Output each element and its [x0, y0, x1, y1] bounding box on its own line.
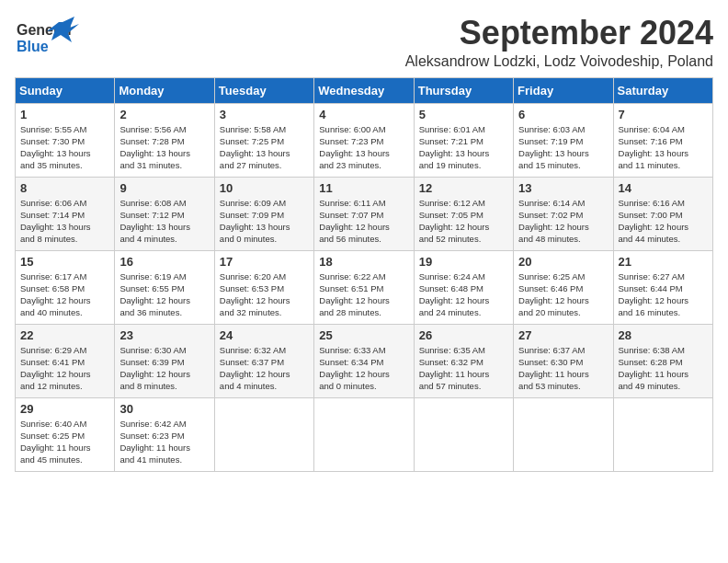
day-info: Sunrise: 6:01 AMSunset: 7:21 PMDaylight:… — [419, 123, 508, 172]
calendar-cell: 22Sunrise: 6:29 AMSunset: 6:41 PMDayligh… — [16, 324, 115, 397]
svg-text:Blue: Blue — [17, 39, 49, 54]
calendar-subtitle: Aleksandrow Lodzki, Lodz Voivodeship, Po… — [79, 53, 713, 70]
day-number: 1 — [20, 108, 109, 121]
day-number: 10 — [220, 181, 309, 195]
logo: General Blue — [15, 15, 79, 69]
day-info: Sunrise: 6:06 AMSunset: 7:14 PMDaylight:… — [20, 197, 109, 246]
day-info: Sunrise: 6:20 AMSunset: 6:53 PMDaylight:… — [220, 270, 309, 319]
calendar-cell: 15Sunrise: 6:17 AMSunset: 6:58 PMDayligh… — [16, 250, 115, 324]
day-info: Sunrise: 6:16 AMSunset: 7:00 PMDaylight:… — [619, 197, 708, 246]
calendar-cell — [314, 397, 414, 471]
day-info: Sunrise: 5:56 AMSunset: 7:28 PMDaylight:… — [119, 123, 209, 172]
day-info: Sunrise: 6:17 AMSunset: 6:58 PMDaylight:… — [20, 270, 109, 319]
day-number: 26 — [419, 328, 508, 342]
day-number: 16 — [119, 255, 209, 269]
calendar-title: September 2024 — [79, 15, 713, 52]
day-number: 3 — [220, 108, 309, 121]
calendar-cell: 5Sunrise: 6:01 AMSunset: 7:21 PMDaylight… — [414, 103, 513, 177]
day-number: 9 — [119, 181, 209, 195]
day-number: 11 — [319, 181, 408, 195]
day-info: Sunrise: 6:00 AMSunset: 7:23 PMDaylight:… — [319, 123, 408, 172]
day-number: 13 — [518, 181, 608, 195]
calendar-cell: 28Sunrise: 6:38 AMSunset: 6:28 PMDayligh… — [613, 324, 712, 397]
column-header-monday: Monday — [115, 77, 214, 103]
day-number: 22 — [20, 328, 109, 342]
calendar-week-4: 22Sunrise: 6:29 AMSunset: 6:41 PMDayligh… — [16, 324, 713, 397]
calendar-cell: 27Sunrise: 6:37 AMSunset: 6:30 PMDayligh… — [514, 324, 613, 397]
column-header-thursday: Thursday — [414, 77, 513, 103]
calendar-cell: 4Sunrise: 6:00 AMSunset: 7:23 PMDaylight… — [314, 103, 414, 177]
day-info: Sunrise: 6:03 AMSunset: 7:19 PMDaylight:… — [518, 123, 608, 172]
day-info: Sunrise: 6:24 AMSunset: 6:48 PMDaylight:… — [419, 270, 508, 319]
calendar-cell: 29Sunrise: 6:40 AMSunset: 6:25 PMDayligh… — [16, 397, 115, 471]
column-header-saturday: Saturday — [613, 77, 712, 103]
calendar-cell: 25Sunrise: 6:33 AMSunset: 6:34 PMDayligh… — [314, 324, 414, 397]
day-info: Sunrise: 6:22 AMSunset: 6:51 PMDaylight:… — [319, 270, 408, 319]
calendar-cell: 17Sunrise: 6:20 AMSunset: 6:53 PMDayligh… — [214, 250, 313, 324]
calendar-cell: 2Sunrise: 5:56 AMSunset: 7:28 PMDaylight… — [115, 103, 214, 177]
calendar-cell: 13Sunrise: 6:14 AMSunset: 7:02 PMDayligh… — [514, 177, 613, 250]
day-info: Sunrise: 6:12 AMSunset: 7:05 PMDaylight:… — [419, 197, 508, 246]
day-info: Sunrise: 6:11 AMSunset: 7:07 PMDaylight:… — [319, 197, 408, 246]
calendar-cell: 6Sunrise: 6:03 AMSunset: 7:19 PMDaylight… — [514, 103, 613, 177]
calendar-week-3: 15Sunrise: 6:17 AMSunset: 6:58 PMDayligh… — [16, 250, 713, 324]
calendar-cell: 24Sunrise: 6:32 AMSunset: 6:37 PMDayligh… — [214, 324, 313, 397]
day-info: Sunrise: 6:29 AMSunset: 6:41 PMDaylight:… — [20, 344, 109, 393]
column-header-sunday: Sunday — [16, 77, 115, 103]
calendar-cell: 9Sunrise: 6:08 AMSunset: 7:12 PMDaylight… — [115, 177, 214, 250]
day-info: Sunrise: 6:09 AMSunset: 7:09 PMDaylight:… — [220, 197, 309, 246]
day-number: 21 — [619, 255, 708, 269]
column-header-friday: Friday — [514, 77, 613, 103]
day-number: 4 — [319, 108, 408, 121]
calendar-cell — [214, 397, 313, 471]
svg-marker-2 — [47, 17, 79, 42]
day-number: 23 — [119, 328, 209, 342]
day-number: 12 — [419, 181, 508, 195]
day-info: Sunrise: 6:32 AMSunset: 6:37 PMDaylight:… — [220, 344, 309, 393]
calendar-cell — [514, 397, 613, 471]
calendar-cell: 20Sunrise: 6:25 AMSunset: 6:46 PMDayligh… — [514, 250, 613, 324]
calendar-cell — [414, 397, 513, 471]
day-info: Sunrise: 6:37 AMSunset: 6:30 PMDaylight:… — [518, 344, 608, 393]
calendar-week-5: 29Sunrise: 6:40 AMSunset: 6:25 PMDayligh… — [16, 397, 713, 471]
day-number: 2 — [119, 108, 209, 121]
calendar-cell: 18Sunrise: 6:22 AMSunset: 6:51 PMDayligh… — [314, 250, 414, 324]
day-number: 29 — [20, 402, 109, 416]
calendar-table: SundayMondayTuesdayWednesdayThursdayFrid… — [15, 77, 713, 472]
title-block: September 2024 Aleksandrow Lodzki, Lodz … — [79, 15, 713, 70]
calendar-cell: 21Sunrise: 6:27 AMSunset: 6:44 PMDayligh… — [613, 250, 712, 324]
day-number: 6 — [518, 108, 608, 121]
day-info: Sunrise: 6:38 AMSunset: 6:28 PMDaylight:… — [619, 344, 708, 393]
day-info: Sunrise: 5:55 AMSunset: 7:30 PMDaylight:… — [20, 123, 109, 172]
calendar-cell: 23Sunrise: 6:30 AMSunset: 6:39 PMDayligh… — [115, 324, 214, 397]
calendar-cell — [613, 397, 712, 471]
calendar-week-1: 1Sunrise: 5:55 AMSunset: 7:30 PMDaylight… — [16, 103, 713, 177]
day-info: Sunrise: 6:27 AMSunset: 6:44 PMDaylight:… — [619, 270, 708, 319]
day-info: Sunrise: 6:25 AMSunset: 6:46 PMDaylight:… — [518, 270, 608, 319]
day-number: 5 — [419, 108, 508, 121]
day-number: 27 — [518, 328, 608, 342]
calendar-cell: 30Sunrise: 6:42 AMSunset: 6:23 PMDayligh… — [115, 397, 214, 471]
day-info: Sunrise: 6:04 AMSunset: 7:16 PMDaylight:… — [619, 123, 708, 172]
day-info: Sunrise: 6:14 AMSunset: 7:02 PMDaylight:… — [518, 197, 608, 246]
logo-icon: General Blue — [15, 15, 79, 69]
day-number: 15 — [20, 255, 109, 269]
calendar-cell: 10Sunrise: 6:09 AMSunset: 7:09 PMDayligh… — [214, 177, 313, 250]
calendar-cell: 8Sunrise: 6:06 AMSunset: 7:14 PMDaylight… — [16, 177, 115, 250]
day-number: 25 — [319, 328, 408, 342]
day-number: 8 — [20, 181, 109, 195]
day-info: Sunrise: 6:40 AMSunset: 6:25 PMDaylight:… — [20, 418, 109, 466]
day-number: 30 — [119, 402, 209, 416]
day-number: 17 — [220, 255, 309, 269]
calendar-cell: 1Sunrise: 5:55 AMSunset: 7:30 PMDaylight… — [16, 103, 115, 177]
day-number: 24 — [220, 328, 309, 342]
calendar-cell: 3Sunrise: 5:58 AMSunset: 7:25 PMDaylight… — [214, 103, 313, 177]
day-info: Sunrise: 6:30 AMSunset: 6:39 PMDaylight:… — [119, 344, 209, 393]
day-number: 20 — [518, 255, 608, 269]
column-header-tuesday: Tuesday — [214, 77, 313, 103]
calendar-cell: 16Sunrise: 6:19 AMSunset: 6:55 PMDayligh… — [115, 250, 214, 324]
day-info: Sunrise: 5:58 AMSunset: 7:25 PMDaylight:… — [220, 123, 309, 172]
day-number: 28 — [619, 328, 708, 342]
calendar-cell: 7Sunrise: 6:04 AMSunset: 7:16 PMDaylight… — [613, 103, 712, 177]
page-header: General Blue September 2024 Aleksandrow … — [15, 15, 713, 70]
